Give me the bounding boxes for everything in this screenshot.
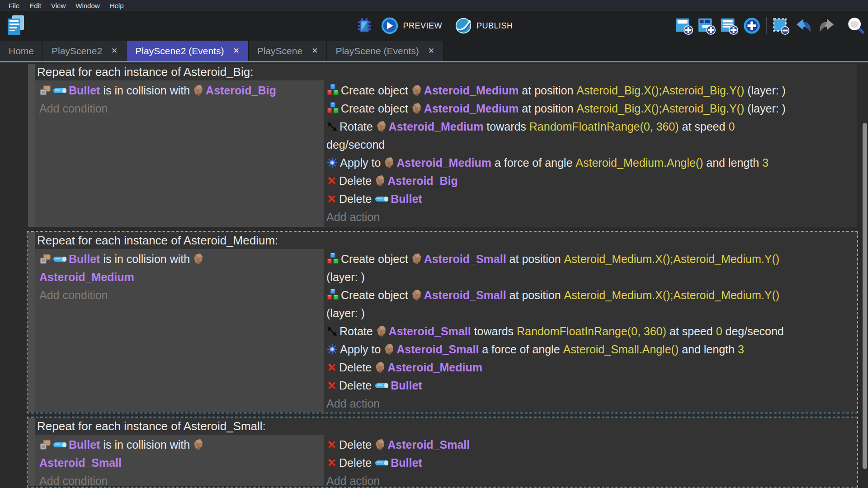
tab-home[interactable]: Home — [0, 41, 43, 61]
tabbar: HomePlayScene2✕PlayScene2 (Events)✕PlayS… — [0, 41, 868, 62]
action-line[interactable]: Delete Bullet — [326, 190, 857, 208]
delete-object-icon — [326, 457, 337, 468]
event-header[interactable]: Repeat for each instance of Asteroid_Sma… — [35, 418, 857, 435]
toolbar-right — [675, 11, 865, 41]
asteroid-object-icon — [411, 84, 422, 96]
add-other-event-icon[interactable] — [742, 16, 761, 35]
toolbar-separator — [766, 17, 767, 34]
bullet-object-icon — [375, 382, 389, 389]
action-line[interactable]: Rotate Asteroid_Small towards RandomFloa… — [326, 322, 857, 340]
apply-force-icon — [326, 343, 338, 355]
event-header[interactable]: Repeat for each instance of Asteroid_Big… — [35, 64, 857, 80]
asteroid-object-icon — [411, 289, 422, 301]
action-line[interactable]: Delete Asteroid_Big — [326, 172, 857, 190]
publish-globe-icon — [454, 16, 473, 35]
action-line[interactable]: (layer: ) — [326, 304, 857, 322]
action-line[interactable]: Create object Asteroid_Small at position… — [326, 250, 857, 268]
add-action-button[interactable]: Add action — [326, 208, 857, 226]
event-header[interactable]: Repeat for each instance of Asteroid_Med… — [35, 232, 857, 249]
create-object-icon — [326, 253, 339, 265]
menu-item-view[interactable]: View — [46, 2, 71, 9]
condition-line[interactable]: Asteroid_Small — [39, 454, 324, 472]
search-icon[interactable] — [846, 16, 865, 35]
debugger-icon[interactable] — [355, 16, 374, 35]
actions-column: Delete Asteroid_SmallDelete BulletAdd ac… — [324, 435, 857, 486]
action-line[interactable]: deg/second — [326, 136, 857, 154]
scrollbar-thumb[interactable] — [863, 123, 867, 469]
delete-object-icon — [326, 439, 337, 450]
conditions-column: Bullet is in collision with Asteroid_Med… — [35, 249, 324, 412]
asteroid-object-icon — [411, 253, 422, 265]
scrollbar-track[interactable] — [862, 62, 868, 488]
action-line[interactable]: Create object Asteroid_Medium at positio… — [326, 99, 857, 117]
event-drag-handle[interactable] — [28, 64, 35, 227]
redo-icon[interactable] — [817, 16, 836, 35]
bullet-object-icon — [375, 460, 389, 466]
add-condition-button[interactable]: Add condition — [39, 99, 324, 117]
tab-playscene2[interactable]: PlayScene2✕ — [43, 41, 127, 61]
action-line[interactable]: Create object Asteroid_Small at position… — [326, 286, 857, 304]
asteroid-object-icon — [384, 343, 395, 355]
preview-label: PREVIEW — [403, 21, 442, 31]
menu-item-window[interactable]: Window — [71, 2, 104, 9]
menu-item-edit[interactable]: Edit — [24, 2, 46, 9]
tab-label: PlayScene2 — [52, 46, 102, 56]
delete-object-icon — [326, 380, 337, 391]
action-line[interactable]: Delete Asteroid_Small — [326, 436, 857, 454]
tab-close-icon[interactable]: ✕ — [111, 47, 118, 55]
delete-object-icon — [326, 193, 337, 204]
tab-close-icon[interactable]: ✕ — [428, 47, 434, 55]
tab-label: Home — [9, 46, 34, 56]
add-action-button[interactable]: Add action — [326, 472, 857, 486]
action-line[interactable]: Rotate Asteroid_Medium towards RandomFlo… — [326, 117, 857, 136]
asteroid-object-icon — [376, 121, 387, 132]
gdevelop-window: FileEditViewWindowHelp PREVIEW PUBLISH — [0, 0, 868, 488]
asteroid-object-icon — [193, 253, 204, 265]
tab-playscene2-events[interactable]: PlayScene2 (Events)✕ — [127, 41, 248, 61]
action-line[interactable]: Apply to Asteroid_Small a force of angle… — [326, 340, 857, 358]
event-block[interactable]: Repeat for each instance of Asteroid_Med… — [28, 232, 857, 412]
condition-line[interactable]: Bullet is in collision with — [39, 436, 324, 454]
event-block[interactable]: Repeat for each instance of Asteroid_Big… — [28, 64, 857, 227]
rotate-icon — [326, 326, 338, 337]
delete-selection-icon[interactable] — [772, 16, 791, 35]
tab-close-icon[interactable]: ✕ — [233, 47, 239, 55]
create-object-icon — [326, 102, 339, 115]
action-line[interactable]: Apply to Asteroid_Medium a force of angl… — [326, 154, 857, 172]
action-line[interactable]: Delete Bullet — [326, 454, 857, 472]
event-block[interactable]: Repeat for each instance of Asteroid_Sma… — [28, 418, 857, 486]
condition-line[interactable]: Bullet is in collision with — [39, 250, 324, 268]
actions-column: Create object Asteroid_Small at position… — [324, 249, 857, 412]
condition-line[interactable]: Asteroid_Medium — [39, 268, 324, 286]
add-subevent-icon[interactable] — [697, 16, 716, 35]
rotate-icon — [326, 121, 338, 132]
event-drag-handle[interactable] — [28, 418, 35, 486]
add-condition-button[interactable]: Add condition — [39, 286, 324, 304]
add-event-icon[interactable] — [675, 16, 693, 35]
action-line[interactable]: Delete Bullet — [326, 376, 857, 394]
undo-icon[interactable] — [794, 16, 813, 35]
condition-line[interactable]: Bullet is in collision with Asteroid_Big — [39, 81, 324, 99]
add-condition-button[interactable]: Add condition — [39, 472, 324, 486]
tab-close-icon[interactable]: ✕ — [311, 47, 318, 55]
toolbar-separator — [841, 17, 841, 34]
asteroid-object-icon — [375, 361, 386, 373]
action-line[interactable]: Create object Asteroid_Medium at positio… — [326, 81, 857, 99]
collision-icon — [39, 85, 51, 96]
apply-force-icon — [326, 157, 338, 169]
action-line[interactable]: Delete Asteroid_Medium — [326, 358, 857, 376]
publish-button[interactable]: PUBLISH — [454, 16, 513, 35]
tab-playscene-events[interactable]: PlayScene (Events)✕ — [327, 41, 443, 61]
menu-item-help[interactable]: Help — [105, 2, 129, 9]
bullet-object-icon — [53, 256, 67, 263]
event-drag-handle[interactable] — [28, 232, 35, 412]
action-line[interactable]: (layer: ) — [326, 268, 857, 286]
asteroid-object-icon — [375, 175, 386, 187]
tab-playscene[interactable]: PlayScene✕ — [249, 41, 327, 61]
asteroid-object-icon — [193, 84, 204, 96]
create-object-icon — [326, 84, 339, 97]
add-comment-icon[interactable] — [720, 16, 739, 35]
add-action-button[interactable]: Add action — [326, 394, 857, 412]
menu-item-file[interactable]: File — [4, 2, 24, 9]
preview-button[interactable]: PREVIEW — [380, 16, 442, 35]
